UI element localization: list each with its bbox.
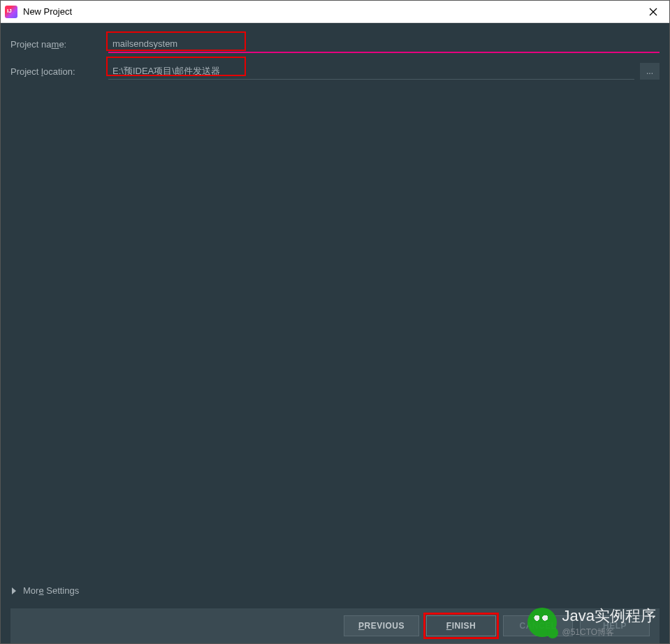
project-location-row: Project location: ... [10,63,660,80]
close-button[interactable] [637,1,669,23]
project-name-input[interactable] [108,36,660,53]
finish-mnemonic: F [446,621,452,631]
previous-mnemonic: P [358,621,365,631]
previous-button[interactable]: PREVIOUS [344,615,419,636]
button-bar: PREVIOUS FINISH CANCEL HELP [10,608,660,643]
window-title: New Project [23,6,637,17]
new-project-dialog: New Project Project name: Project locati… [0,0,670,644]
cancel-button[interactable]: CANCEL [503,615,573,636]
project-name-label: Project name: [10,39,108,50]
intellij-icon [5,6,17,18]
more-settings-toggle[interactable]: More Settings [10,578,660,608]
project-name-input-area [108,36,660,53]
help-button[interactable]: HELP [580,615,650,636]
finish-button[interactable]: FINISH [426,615,496,636]
browse-location-button[interactable]: ... [640,63,660,80]
titlebar[interactable]: New Project [1,1,669,23]
dialog-content: Project name: Project location: ... More… [1,23,669,643]
project-name-row: Project name: [10,36,660,53]
finish-button-highlight: FINISH [426,615,496,636]
content-spacer [10,89,660,578]
previous-rest: REVIOUS [364,621,405,631]
project-location-input-area: ... [108,63,660,80]
more-settings-label: More Settings [23,585,79,596]
project-location-input[interactable] [108,63,634,80]
project-location-label: Project location: [10,66,108,77]
close-icon [649,8,657,16]
expand-icon [12,587,16,594]
finish-rest: INISH [452,621,476,631]
